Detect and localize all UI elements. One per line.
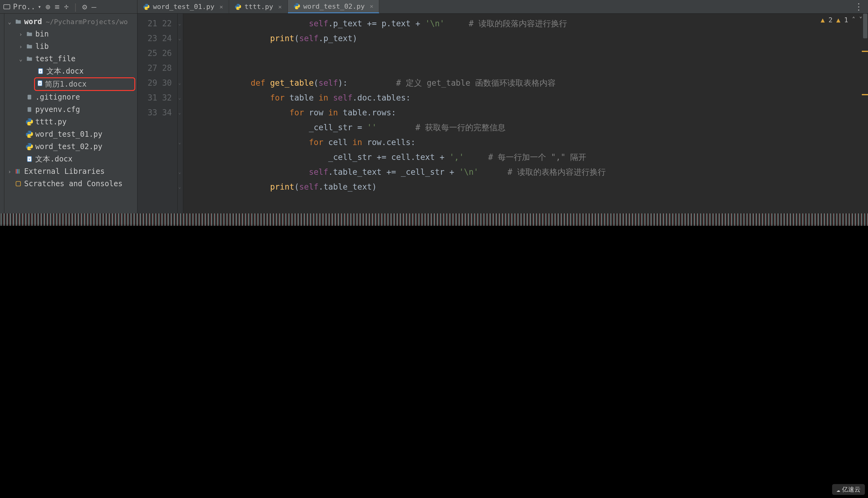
tree-label: bin	[35, 30, 49, 38]
svg-rect-6	[27, 107, 31, 112]
tree-item[interactable]: word_test_01.py	[4, 128, 137, 141]
inspection-widget[interactable]: ▲ 2 ▲ 1 ˄ ˅	[821, 16, 863, 24]
fold-handle[interactable]: ⌄	[178, 76, 181, 90]
code-area[interactable]: self.p_text += p.text + '\n' # 读取的段落内容进行…	[183, 14, 868, 224]
tree-item[interactable]: pyvenv.cfg	[4, 103, 137, 116]
warning-count-1: 2	[828, 16, 832, 24]
fold-handle[interactable]: ⌄	[178, 16, 181, 31]
code-editor[interactable]: 21 22 23 24 25 26 27 28 29 30 31 32 33 3…	[138, 14, 868, 224]
chevron-right-icon[interactable]: ›	[7, 168, 12, 175]
editor-tab[interactable]: word_test_01.py×	[138, 0, 229, 13]
tree-label: word_test_01.py	[35, 130, 102, 139]
tree-label: Scratches and Consoles	[24, 180, 123, 188]
svg-rect-10	[17, 169, 18, 174]
main-split: ⌄word~/PycharmProjects/wo›bin›lib⌄test_f…	[0, 14, 868, 224]
chevron-right-icon[interactable]: ›	[18, 31, 24, 37]
tree-root[interactable]: ⌄word~/PycharmProjects/wo	[4, 15, 137, 28]
tree-label: test_file	[35, 54, 76, 63]
fold-handle[interactable]: ⌄	[178, 180, 181, 194]
editor-scrollbar[interactable]	[862, 14, 868, 224]
render-glitch-strip	[0, 213, 868, 226]
tree-label: External Libraries	[24, 167, 105, 176]
tree-item[interactable]: W文本.docx	[4, 65, 137, 77]
tab-label: tttt.py	[244, 3, 273, 11]
warning-marker[interactable]	[862, 51, 868, 52]
weak-warning-icon: ▲	[837, 16, 841, 24]
collapse-all-icon[interactable]: ÷	[64, 2, 69, 11]
editor-tab[interactable]: word_test_02.py×	[288, 0, 380, 13]
watermark-badge: ☁ 亿速云	[832, 484, 865, 495]
tab-label: word_test_01.py	[153, 3, 215, 11]
folder-icon	[14, 18, 22, 25]
warning-count-2: 1	[844, 16, 848, 24]
py-icon	[25, 130, 34, 138]
svg-rect-11	[18, 169, 20, 174]
tree-label: word_test_02.py	[35, 142, 102, 151]
fold-handle[interactable]: ⌄	[178, 135, 181, 150]
folder-icon	[25, 31, 34, 37]
fold-handle[interactable]: ⌄	[178, 165, 181, 180]
file-icon	[25, 94, 34, 101]
fold-handle[interactable]: ⌄	[178, 105, 181, 120]
ide-window: Pro.. ▾ ⊕ ≡ ÷ | ⚙ — word_test_01.py×tttt…	[0, 0, 868, 224]
tree-item[interactable]: tttt.py	[4, 116, 137, 128]
library-icon	[14, 168, 22, 175]
close-icon[interactable]: ×	[278, 3, 282, 11]
docx-icon: W	[37, 80, 43, 89]
left-gutter-strip	[0, 14, 4, 224]
docx-icon: W	[37, 68, 44, 75]
minimize-icon[interactable]: —	[91, 2, 96, 11]
project-toolbar: Pro.. ▾ ⊕ ≡ ÷ | ⚙ —	[0, 0, 138, 13]
file-icon	[25, 106, 34, 113]
tree-label: word	[24, 17, 42, 26]
svg-rect-0	[4, 5, 10, 9]
fold-column: ⌄⌄⌄⌄⌄⌄⌄⌄	[178, 14, 183, 224]
tree-label: .gitignore	[35, 93, 80, 102]
chevron-right-icon[interactable]: ›	[18, 43, 24, 50]
chevron-down-icon[interactable]: ⌄	[18, 56, 24, 62]
project-label-text: Pro..	[13, 2, 35, 11]
tree-item[interactable]: ⌄test_file	[4, 53, 137, 65]
chevron-up-icon[interactable]: ˄	[852, 16, 855, 24]
tree-item[interactable]: word_test_02.py	[4, 141, 137, 153]
cloud-icon: ☁	[837, 486, 840, 493]
chevron-down-icon[interactable]: ⌄	[7, 18, 12, 25]
tree-item[interactable]: W文本.docx	[4, 153, 137, 165]
scratches-node[interactable]: Scratches and Consoles	[4, 178, 137, 190]
close-icon[interactable]: ×	[370, 2, 373, 10]
svg-rect-12	[16, 182, 21, 186]
editor-tabs: word_test_01.py×tttt.py×word_test_02.py×	[138, 0, 379, 13]
svg-rect-5	[27, 95, 31, 100]
top-tab-bar: Pro.. ▾ ⊕ ≡ ÷ | ⚙ — word_test_01.py×tttt…	[0, 0, 868, 14]
gear-icon[interactable]: ⚙	[82, 2, 87, 11]
tree-label: 简历1.docx	[45, 79, 87, 89]
tree-label: tttt.py	[35, 118, 66, 126]
expand-all-icon[interactable]: ≡	[55, 2, 60, 11]
watermark-text: 亿速云	[842, 485, 860, 494]
tree-label: 文本.docx	[47, 66, 84, 76]
fold-handle[interactable]: ⌄	[178, 31, 181, 46]
toolbar-divider: |	[73, 2, 78, 11]
tree-item[interactable]: .gitignore	[4, 91, 137, 103]
scratches-icon	[14, 180, 22, 187]
fold-handle[interactable]: ⌄	[178, 90, 181, 105]
warning-marker[interactable]	[862, 94, 868, 95]
more-icon[interactable]: ⋮	[850, 0, 868, 13]
py-icon	[25, 118, 34, 126]
editor-tab[interactable]: tttt.py×	[229, 0, 288, 13]
docx-icon: W	[25, 156, 34, 162]
highlighted-file[interactable]: W简历1.docx	[34, 77, 135, 91]
line-number-gutter: 21 22 23 24 25 26 27 28 29 30 31 32 33 3…	[138, 14, 178, 224]
tree-item[interactable]: ›lib	[4, 40, 137, 53]
project-sidebar: ⌄word~/PycharmProjects/wo›bin›lib⌄test_f…	[4, 14, 138, 224]
scrollbar-thumb[interactable]	[863, 14, 867, 38]
warning-icon: ▲	[821, 16, 825, 24]
tree-item[interactable]: ›bin	[4, 28, 137, 40]
tab-label: word_test_02.py	[303, 2, 365, 10]
locate-icon[interactable]: ⊕	[46, 2, 50, 11]
project-tool-button[interactable]: Pro.. ▾	[3, 2, 41, 11]
project-tree: ⌄word~/PycharmProjects/wo›bin›lib⌄test_f…	[4, 14, 137, 192]
tree-label: pyvenv.cfg	[35, 105, 80, 114]
close-icon[interactable]: ×	[219, 3, 223, 11]
external-libraries[interactable]: ›External Libraries	[4, 165, 137, 178]
